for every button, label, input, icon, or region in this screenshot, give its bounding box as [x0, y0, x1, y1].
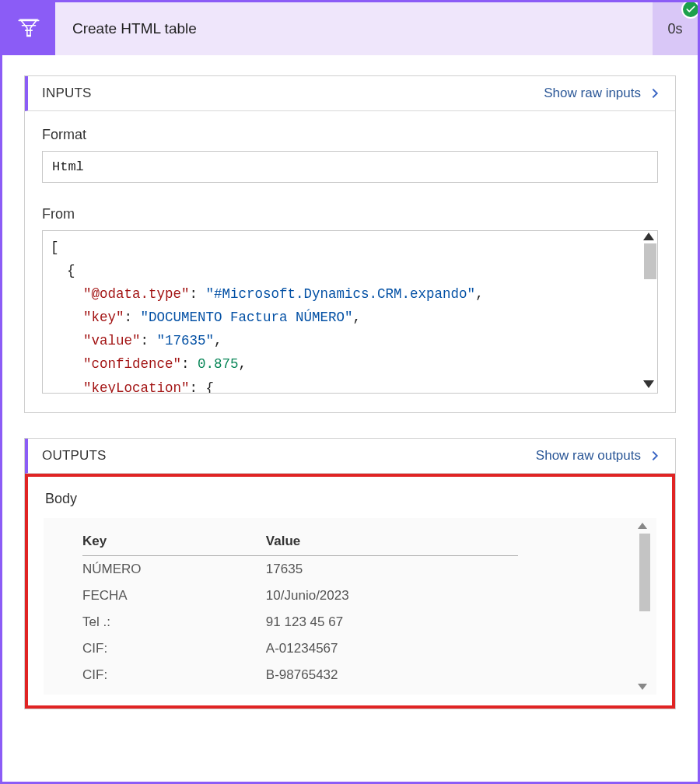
format-label: Format	[42, 127, 658, 143]
show-raw-outputs-link[interactable]: Show raw outputs	[536, 448, 661, 464]
col-value: Value	[266, 529, 518, 556]
scroll-thumb[interactable]	[644, 243, 656, 279]
show-raw-inputs-label: Show raw inputs	[544, 86, 641, 101]
format-value: Html	[42, 151, 658, 183]
filter-icon	[2, 2, 55, 55]
cell-key: CIF:	[82, 662, 266, 688]
cell-key: Tel .:	[82, 609, 266, 635]
output-table: Key Value NÚMERO17635FECHA10/Junio/2023T…	[82, 529, 518, 688]
show-raw-inputs-link[interactable]: Show raw inputs	[544, 86, 661, 101]
scroll-thumb[interactable]	[639, 534, 650, 611]
scroll-up-icon[interactable]	[638, 523, 647, 529]
table-row: CIF:A-01234567	[82, 635, 518, 662]
cell-value: A-01234567	[266, 635, 518, 662]
outputs-panel-header: OUTPUTS Show raw outputs	[25, 439, 675, 474]
cell-key: NÚMERO	[82, 556, 266, 583]
outputs-title: OUTPUTS	[42, 448, 107, 464]
show-raw-outputs-label: Show raw outputs	[536, 448, 641, 464]
cell-key: CIF:	[82, 635, 266, 662]
table-row: Tel .:91 123 45 67	[82, 609, 518, 635]
cell-value: B-98765432	[266, 662, 518, 688]
outputs-panel: OUTPUTS Show raw outputs Body Key Value	[24, 438, 676, 709]
col-key: Key	[82, 529, 266, 556]
table-row: NÚMERO17635	[82, 556, 518, 583]
cell-key: FECHA	[82, 583, 266, 609]
chevron-right-icon	[649, 450, 661, 462]
scroll-down-icon[interactable]	[638, 684, 647, 690]
inputs-panel: INPUTS Show raw inputs Format Html From …	[24, 75, 676, 413]
cell-value: 10/Junio/2023	[266, 583, 518, 609]
inputs-panel-header: INPUTS Show raw inputs	[25, 76, 675, 111]
from-label: From	[42, 206, 658, 222]
body-highlight-box: Body Key Value NÚMERO17635FECHA10/Junio/…	[25, 474, 675, 709]
body-output-viewer[interactable]: Key Value NÚMERO17635FECHA10/Junio/2023T…	[44, 518, 656, 695]
from-json-viewer[interactable]: [ { "@odata.type": "#Microsoft.Dynamics.…	[42, 230, 658, 394]
success-badge	[681, 0, 700, 19]
cell-value: 91 123 45 67	[266, 609, 518, 635]
chevron-right-icon	[649, 87, 661, 100]
table-header-row: Key Value	[82, 529, 518, 556]
body-label: Body	[45, 491, 656, 507]
action-header: Create HTML table 0s	[2, 2, 698, 55]
scroll-up-icon[interactable]	[643, 233, 654, 240]
inputs-title: INPUTS	[42, 86, 92, 101]
scroll-down-icon[interactable]	[643, 380, 654, 388]
action-title: Create HTML table	[55, 2, 653, 55]
table-row: CIF:B-98765432	[82, 662, 518, 688]
cell-value: 17635	[266, 556, 518, 583]
table-row: FECHA10/Junio/2023	[82, 583, 518, 609]
